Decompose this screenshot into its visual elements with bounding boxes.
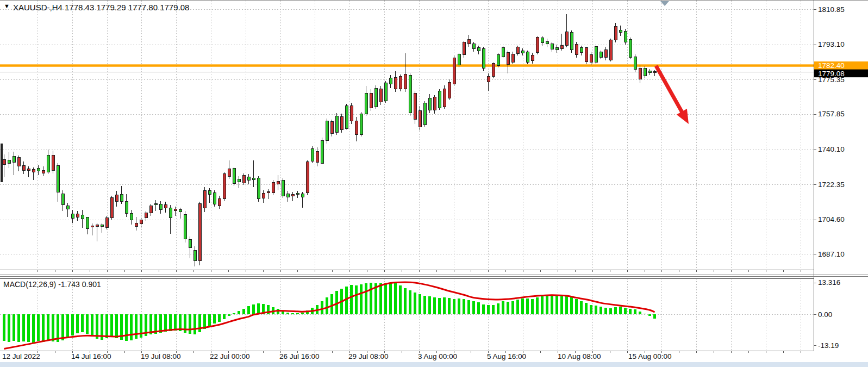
candle bbox=[443, 85, 446, 109]
macd-bar bbox=[135, 314, 138, 339]
macd-bar bbox=[526, 298, 529, 314]
macd-bar bbox=[233, 313, 235, 314]
macd-bar bbox=[648, 314, 651, 316]
macd-bar bbox=[174, 314, 177, 331]
clipped-edge-candle bbox=[1, 144, 3, 182]
horizontal-support-line[interactable] bbox=[0, 64, 814, 66]
macd-bar bbox=[453, 299, 455, 314]
macd-bar bbox=[404, 288, 407, 314]
svg-text:1779.08: 1779.08 bbox=[818, 70, 845, 78]
macd-bar bbox=[86, 314, 89, 334]
macd-bar bbox=[330, 294, 333, 314]
time-axis-label: 3 Aug 00:00 bbox=[418, 352, 457, 360]
price-axis-label: 1793.10 bbox=[818, 40, 845, 48]
macd-bar bbox=[409, 290, 411, 314]
macd-bar bbox=[22, 314, 25, 341]
macd-bar bbox=[482, 304, 485, 314]
macd-bar bbox=[189, 314, 191, 334]
price-tag-orange: 1782.40 bbox=[814, 61, 868, 70]
candle bbox=[624, 29, 627, 45]
svg-text:1782.40: 1782.40 bbox=[818, 61, 845, 70]
macd-bar bbox=[580, 301, 583, 314]
time-axis-label: 5 Aug 16:00 bbox=[487, 352, 526, 360]
price-axis-label: 1757.85 bbox=[818, 110, 845, 118]
macd-bar bbox=[286, 313, 289, 314]
candle bbox=[110, 196, 113, 220]
macd-bar bbox=[570, 297, 573, 314]
macd-bar bbox=[585, 303, 588, 314]
macd-indicator-label: MACD(12,26,9) -1.743 0.901 bbox=[3, 280, 101, 289]
macd-bar bbox=[379, 283, 382, 314]
macd-bar bbox=[76, 314, 79, 333]
candle bbox=[105, 216, 108, 229]
candle bbox=[492, 63, 495, 78]
macd-bar bbox=[96, 314, 98, 339]
time-axis-label: 29 Jul 08:00 bbox=[348, 352, 389, 360]
macd-bar bbox=[516, 300, 519, 314]
macd-bar bbox=[47, 314, 49, 341]
macd-bar bbox=[502, 301, 504, 314]
macd-bar bbox=[644, 314, 646, 314]
candle bbox=[482, 47, 485, 72]
time-axis-label: 15 Aug 00:00 bbox=[628, 352, 672, 360]
candle bbox=[453, 55, 455, 86]
candle bbox=[409, 73, 411, 116]
candle bbox=[374, 85, 377, 109]
macd-bar bbox=[17, 314, 20, 342]
macd-bar bbox=[619, 307, 622, 314]
macd-bar bbox=[218, 314, 221, 322]
macd-bar bbox=[399, 285, 402, 314]
macd-bar bbox=[565, 295, 568, 314]
macd-bar bbox=[521, 298, 524, 314]
price-axis-label: 1704.60 bbox=[818, 215, 845, 223]
macd-bar bbox=[555, 296, 558, 314]
macd-bar bbox=[238, 311, 240, 314]
macd-bar bbox=[32, 314, 35, 343]
macd-bar bbox=[507, 302, 509, 314]
candle bbox=[184, 211, 186, 242]
macd-bar bbox=[198, 314, 201, 332]
macd-bar bbox=[247, 306, 250, 314]
macd-bar bbox=[634, 309, 636, 314]
macd-bar bbox=[42, 314, 45, 342]
macd-bar bbox=[477, 302, 480, 314]
candle bbox=[311, 146, 314, 163]
macd-bar bbox=[27, 314, 30, 342]
candle bbox=[350, 103, 353, 123]
macd-bar bbox=[291, 313, 294, 314]
chart-window: 1810.851793.101775.351757.851740.101722.… bbox=[0, 0, 868, 367]
macd-bar bbox=[463, 299, 465, 314]
macd-bar bbox=[458, 298, 460, 314]
macd-bar bbox=[604, 308, 607, 314]
macd-bar bbox=[326, 297, 328, 314]
macd-bar bbox=[3, 314, 5, 341]
macd-bar bbox=[193, 314, 196, 334]
candle bbox=[502, 46, 504, 59]
macd-bar bbox=[384, 283, 387, 314]
macd-bar bbox=[115, 314, 118, 338]
candle bbox=[384, 81, 387, 103]
candle bbox=[423, 101, 426, 127]
candle bbox=[242, 173, 245, 185]
macd-bar bbox=[438, 298, 441, 314]
chart-canvas[interactable]: 1810.851793.101775.351757.851740.101722.… bbox=[0, 0, 868, 367]
macd-bar bbox=[360, 284, 363, 314]
macd-bar bbox=[614, 307, 617, 314]
symbol-ohlc-title: XAUUSD-,H4 1778.43 1779.29 1777.80 1779.… bbox=[13, 3, 189, 12]
candle bbox=[223, 172, 226, 201]
candle bbox=[585, 47, 588, 65]
candle bbox=[326, 119, 328, 144]
macd-bar bbox=[370, 283, 372, 314]
macd-bar bbox=[653, 314, 656, 319]
macd-bar bbox=[497, 303, 499, 314]
macd-bar bbox=[394, 283, 397, 314]
macd-bar bbox=[130, 314, 133, 340]
macd-axis-label: 0.00 bbox=[818, 310, 832, 319]
time-axis-label: 26 Jul 16:00 bbox=[279, 352, 320, 360]
chevron-down-icon[interactable]: ▼ bbox=[4, 3, 10, 9]
time-axis-label: 19 Jul 08:00 bbox=[141, 352, 181, 360]
candle bbox=[438, 89, 441, 110]
macd-bar bbox=[624, 308, 627, 314]
macd-bar bbox=[492, 305, 495, 314]
macd-bar bbox=[213, 314, 216, 324]
